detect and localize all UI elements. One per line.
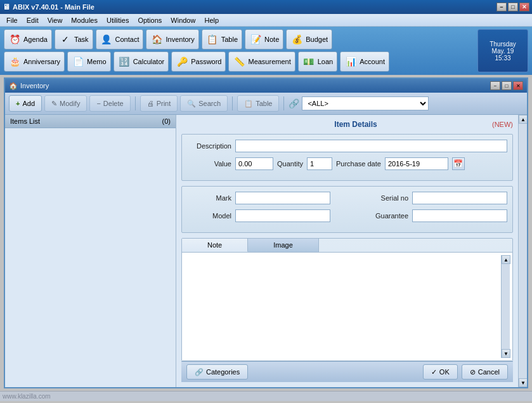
maximize-button[interactable]: □: [508, 3, 518, 11]
serial-no-input[interactable]: [412, 192, 507, 204]
add-icon: +: [16, 100, 20, 107]
menu-bar: File Edit View Modules Utilities Options…: [0, 14, 532, 27]
calculator-icon: 🔢: [118, 55, 131, 68]
password-icon: 🔑: [176, 55, 188, 68]
task-button[interactable]: ✓ Task: [55, 29, 93, 50]
details-status: (NEW): [492, 121, 513, 128]
date-time: 15:33: [495, 55, 510, 62]
tab-note-content: ▲ ▼: [182, 253, 512, 360]
contact-button[interactable]: 👤 Contact: [96, 29, 144, 50]
delete-button[interactable]: − Delete: [89, 95, 130, 112]
items-list-label: Items List: [10, 117, 40, 125]
account-button[interactable]: 📊 Account: [340, 51, 389, 72]
categories-button[interactable]: 🔗 Categories: [186, 364, 248, 380]
scroll-down-arrow[interactable]: ▼: [502, 349, 510, 358]
search-button[interactable]: 🔍 Search: [180, 95, 228, 112]
guarantee-input[interactable]: [412, 209, 507, 222]
menu-options[interactable]: Options: [134, 15, 165, 25]
details-title: Item Details: [219, 120, 492, 129]
tab-header: Note Image: [182, 239, 512, 253]
contact-icon: 👤: [100, 33, 113, 46]
table-sub-button[interactable]: 📋 Table: [237, 95, 279, 112]
main-scroll-up[interactable]: ▲: [519, 115, 527, 124]
calculator-button[interactable]: 🔢 Calculator: [114, 51, 169, 72]
sub-title-bar: 🏠 Inventory − □ ✕: [5, 79, 527, 93]
memo-button[interactable]: 📄 Memo: [67, 51, 111, 72]
anniversary-icon: 🎂: [8, 55, 21, 68]
menu-edit[interactable]: Edit: [23, 15, 42, 25]
tab-image[interactable]: Image: [248, 239, 319, 252]
separator-1: [135, 96, 136, 110]
table-sub-icon: 📋: [244, 100, 253, 108]
sub-close-button[interactable]: ✕: [513, 81, 523, 90]
modify-button[interactable]: ✎ Modify: [44, 95, 87, 112]
menu-window[interactable]: Window: [167, 15, 199, 25]
model-guarantee-row: Model Guarantee: [187, 209, 507, 222]
anniversary-button[interactable]: 🎂 Anniversary: [4, 51, 65, 72]
mark-label: Mark: [187, 194, 231, 202]
items-count: (0): [162, 117, 171, 125]
password-button[interactable]: 🔑 Password: [171, 51, 226, 72]
note-textarea[interactable]: [185, 255, 501, 358]
tab-note[interactable]: Note: [182, 239, 248, 252]
model-input[interactable]: [235, 209, 330, 222]
items-panel: Items List (0): [5, 115, 176, 387]
main-scroll-down[interactable]: ▼: [519, 378, 527, 387]
inventory-icon: 🏠: [150, 33, 163, 46]
inventory-button[interactable]: 🏠 Inventory: [146, 29, 198, 50]
cancel-button[interactable]: ⊘ Cancel: [462, 364, 508, 380]
scroll-track: [502, 264, 510, 349]
main-toolbar: ⏰ Agenda ✓ Task 👤 Contact 🏠 Inventory 📋 …: [0, 27, 532, 75]
ok-button[interactable]: ✓ OK: [423, 364, 458, 380]
value-label: Value: [187, 160, 231, 168]
title-bar: 🖥 ABIX v7.40.01 - Main File − □ ✕: [0, 0, 532, 14]
menu-view[interactable]: View: [44, 15, 67, 25]
quantity-label: Quantity: [277, 160, 303, 168]
description-label: Description: [187, 142, 231, 150]
account-icon: 📊: [344, 55, 357, 68]
table-button-main[interactable]: 📋 Table: [202, 29, 242, 50]
agenda-button[interactable]: ⏰ Agenda: [4, 29, 52, 50]
details-panel: Item Details (NEW) Description Value Qua…: [176, 115, 518, 387]
description-input[interactable]: [235, 140, 507, 152]
mark-serial-row: Mark Serial no: [187, 192, 507, 204]
sub-maximize-button[interactable]: □: [502, 81, 512, 90]
note-button[interactable]: 📝 Note: [245, 29, 283, 50]
sub-window-title: Inventory: [20, 82, 49, 89]
calendar-button[interactable]: 📅: [452, 157, 465, 170]
menu-modules[interactable]: Modules: [67, 15, 101, 25]
scroll-up-arrow[interactable]: ▲: [502, 255, 510, 264]
mark-input[interactable]: [235, 192, 330, 204]
note-scrollbar: ▲ ▼: [501, 255, 510, 358]
purchase-date-input[interactable]: [385, 157, 448, 170]
close-button[interactable]: ✕: [519, 3, 529, 11]
app-title: ABIX v7.40.01 - Main File: [13, 3, 94, 11]
search-icon: 🔍: [187, 100, 196, 108]
minimize-button[interactable]: −: [496, 3, 507, 11]
filter-icon: 🔗: [289, 98, 299, 109]
table-icon: 📋: [206, 33, 219, 46]
sub-minimize-button[interactable]: −: [490, 81, 500, 90]
sub-toolbar: + Add ✎ Modify − Delete 🖨 Print 🔍 Search…: [5, 93, 527, 115]
measurement-button[interactable]: 📏 Measurement: [228, 51, 295, 72]
value-input[interactable]: [235, 157, 273, 170]
menu-help[interactable]: Help: [200, 15, 223, 25]
status-bar: www.klazilla.com: [0, 391, 532, 401]
task-icon: ✓: [59, 33, 72, 46]
title-bar-controls: − □ ✕: [496, 3, 529, 11]
measurement-icon: 📏: [233, 55, 245, 68]
budget-icon: 💰: [290, 33, 303, 46]
budget-button[interactable]: 💰 Budget: [286, 29, 332, 50]
cancel-icon: ⊘: [470, 368, 476, 376]
quantity-input[interactable]: [307, 157, 332, 170]
delete-icon: −: [96, 100, 100, 107]
print-button[interactable]: 🖨 Print: [140, 95, 178, 112]
details-header: Item Details (NEW): [181, 120, 513, 129]
loan-button[interactable]: 💵 Loan: [298, 51, 337, 72]
filter-select[interactable]: <ALL>: [302, 96, 429, 110]
add-button[interactable]: + Add: [9, 95, 42, 112]
description-row: Description: [187, 140, 507, 152]
menu-file[interactable]: File: [3, 15, 22, 25]
items-list-area: [5, 128, 176, 387]
menu-utilities[interactable]: Utilities: [103, 15, 133, 25]
